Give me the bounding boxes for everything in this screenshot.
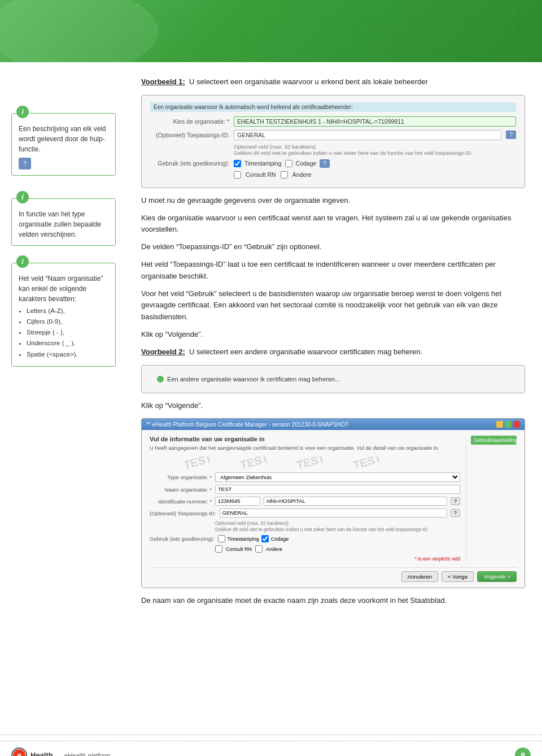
dialog-row2: Naam organisatie: * TEST <box>150 485 460 494</box>
dialog-type-select[interactable]: Algemeen Ziekenhuis <box>215 472 460 482</box>
dialog-titlebar-text: ** eHealth Platform Belgium Certificate … <box>146 422 349 428</box>
dialog-id-field2[interactable]: nihii=HOSPITAL <box>264 497 447 506</box>
para7: Klik op “Volgende”. <box>141 400 525 412</box>
screenshot1-box: Een organisatie waarvoor ik automatisch … <box>141 95 525 188</box>
minimize-button[interactable] <box>496 421 503 428</box>
dialog-header-text: Vul de informatie van uw organisatie in <box>150 436 460 442</box>
dialog-id-btn[interactable]: ? <box>451 497 460 505</box>
info-text-3-intro: Het veld “Naam organisatie” kan enkel de… <box>19 273 108 304</box>
dialog-row5-label: Gebruik (iets goedkeuring): <box>150 536 215 542</box>
list-item-letters: Letters (A-Z), <box>27 306 108 316</box>
screenshot1-row3: Gebruik (iets goedkeuring): Timestamping… <box>150 159 516 168</box>
dialog-cb-consultrn[interactable] <box>215 545 222 553</box>
dialog-row1: Type organisatie: * Algemeen Ziekenhuis <box>150 472 460 482</box>
para8: De naam van de organisatie moet de exact… <box>141 595 525 607</box>
optional-note-1: Optioneel veld (max. 32 karakters) Geliè… <box>234 144 516 156</box>
dialog-form-col: Vul de informatie van uw organisatie in … <box>150 436 460 562</box>
cb-codage[interactable] <box>285 160 292 167</box>
dialog-titlebar-buttons <box>496 421 520 428</box>
screenshot1-title: Een organisatie waarvoor ik automatisch … <box>150 102 516 112</box>
dialog-cb-crn-label: Consult RN <box>226 546 252 552</box>
dialog-row4: (Optioneel) Toepassings-ID: GENERAL ? <box>150 509 460 518</box>
content-area: Voorbeeld 1: U selecteert een organisati… <box>124 62 542 729</box>
dialog-footer: Annuleren < Vorige Volgende > <box>150 567 517 582</box>
dialog-prev-btn[interactable]: < Vorige <box>442 571 474 582</box>
dialog-optional-note: Optioneel veld (max. 32 karakters) Geliè… <box>215 520 460 533</box>
info-box-1: i Een beschrijving van elk veld wordt ge… <box>11 113 116 176</box>
dialog-gebruik-checkboxes: Timestamping Codage <box>218 535 289 542</box>
dialog-next-btn[interactable]: Volgende > <box>477 571 517 582</box>
dialog-cb-andere[interactable] <box>255 545 263 553</box>
dialog-cb-cod-label: Codage <box>271 536 289 542</box>
screenshot1-checkboxes: Timestamping Codage ? <box>234 159 516 168</box>
dialog-cb-timestamping[interactable] <box>218 535 225 542</box>
dialog-checkbox-row2: Consult RN Andere <box>215 545 460 553</box>
page-number: 9 <box>515 748 531 757</box>
dialog-body: Vul de informatie van uw organisatie in … <box>142 430 524 588</box>
list-item-underscore: Underscore ( _ ), <box>27 338 108 348</box>
info-text-1: Een beschrijving van elk veld wordt gele… <box>19 124 108 154</box>
close-button[interactable] <box>513 421 520 428</box>
page-footer: e Health eHealth-platform 9 <box>0 741 542 756</box>
test-watermark-1: TEST <box>182 457 213 470</box>
list-item-spatie: Spatie (<space>). <box>27 350 108 359</box>
example2-text: U selecteert een andere organisatie waar… <box>189 347 422 356</box>
dialog-subtext: U heeft aangegeven dat het aangevraagde … <box>150 445 460 451</box>
para3: De velden “Toepassings-ID” en “Gebruik” … <box>141 241 525 253</box>
screenshot1-row1-value: EHEALTH TESTZIEKENHUIS 1 - NIHII=HOSPITA… <box>234 116 516 127</box>
info-icon-1: i <box>16 106 29 118</box>
screenshot1-row2-value: GENERAL <box>234 130 501 140</box>
cb-codage-label: Codage <box>296 160 317 167</box>
screenshot1-btn1[interactable]: ? <box>506 131 516 139</box>
screenshot2-radio-label: Een andere organisatie waarvoor ik certi… <box>167 376 340 383</box>
dialog-content-cols: Vul de informatie van uw organisatie in … <box>150 436 517 562</box>
dialog-cb-codage[interactable] <box>261 535 269 542</box>
footer-divider <box>0 735 542 735</box>
list-item-streepje: Streepje ( - ), <box>27 328 108 337</box>
para6: Klik op “Volgende”. <box>141 329 525 341</box>
screenshot2-box: Een andere organisatie waarvoor ik certi… <box>141 365 525 393</box>
info-box-2: i In functie van het type organisatie zu… <box>11 198 116 246</box>
help-button[interactable]: ? <box>19 158 31 170</box>
example1-heading: Voorbeeld 1: U selecteert een organisati… <box>141 76 525 88</box>
logo-e-circle: e <box>13 749 25 757</box>
screenshot1-row2-label: (Optioneel) Toepassings-ID: <box>150 132 229 138</box>
dialog-row3-label: Identificatie-nummer: * <box>150 498 212 505</box>
sidebar: i Een beschrijving van elk veld wordt ge… <box>0 62 124 729</box>
list-item-cijfers: Cijfers (0-9), <box>27 317 108 327</box>
maximize-button[interactable] <box>505 421 512 428</box>
dialog-toepassings-field[interactable]: GENERAL <box>220 509 447 518</box>
dialog-naam-field[interactable]: TEST <box>215 485 460 494</box>
footer-logo-circles: e <box>11 748 27 757</box>
para4: Het veld “Toepassings-ID” laat u toe een… <box>141 259 525 283</box>
footer-logo: e Health <box>11 748 53 757</box>
screenshot1-btn2[interactable]: ? <box>320 159 330 168</box>
screenshot1-row1: Kies de organisatie: * EHEALTH TESTZIEKE… <box>150 116 516 127</box>
cb-timestamping[interactable] <box>234 160 241 167</box>
example1-label: Voorbeeld 1: <box>141 77 185 86</box>
dialog-row2-label: Naam organisatie: * <box>150 486 212 493</box>
screenshot1-row4-checkboxes: Consult RN Andere <box>234 171 516 179</box>
screenshot3-dialog: ** eHealth Platform Belgium Certificate … <box>141 418 525 588</box>
dialog-row4-label: (Optioneel) Toepassings-ID: <box>150 510 216 516</box>
cb-consultrn-label: Consult RN <box>246 171 276 178</box>
example1-text: U selecteert een organisatie waarvoor u … <box>189 77 428 86</box>
example2-heading: Voorbeeld 2: U selecteert een andere org… <box>141 346 525 358</box>
dialog-toep-btn[interactable]: ? <box>451 509 460 517</box>
dialog-id-field1[interactable]: 123M645 <box>215 497 260 506</box>
dialog-cancel-btn[interactable]: Annuleren <box>401 571 438 582</box>
main-content: i Een beschrijving van elk veld wordt ge… <box>0 62 542 729</box>
info-icon-2: i <box>16 191 29 203</box>
example2-label: Voorbeeld 2: <box>141 347 185 356</box>
radio-circle <box>157 376 164 383</box>
dialog-cb-ts-label: Timestamping <box>228 536 259 542</box>
cb-andere[interactable] <box>281 171 288 179</box>
header <box>0 0 542 62</box>
info-box-3: i Het veld “Naam organisatie” kan enkel … <box>11 263 116 367</box>
header-pattern <box>0 0 542 62</box>
cb-timestamping-label: Timestamping <box>244 160 282 167</box>
info-list-3: Letters (A-Z), Cijfers (0-9), Streepje (… <box>27 306 108 359</box>
screenshot2-radio-row: Een andere organisatie waarvoor ik certi… <box>150 372 516 386</box>
cb-consultrn[interactable] <box>234 171 241 179</box>
test-watermark-3: TEST <box>295 457 326 470</box>
